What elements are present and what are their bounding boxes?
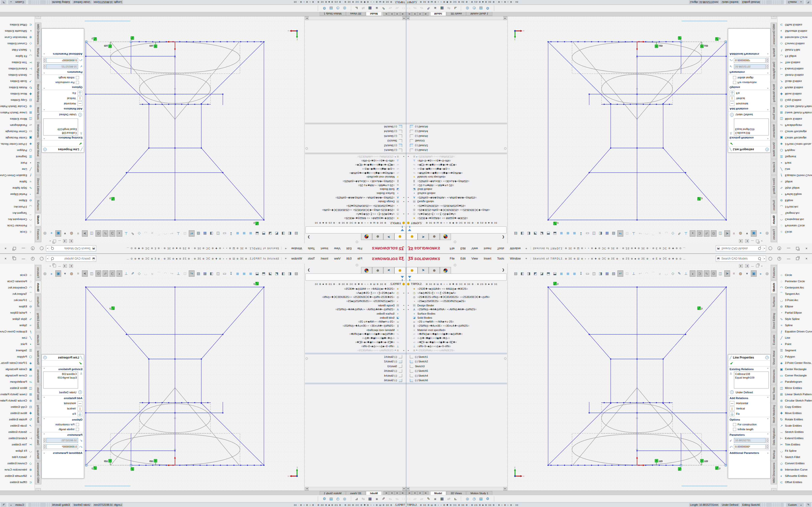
sketch-tool-item[interactable]: ◫ Mirror Entities: [777, 116, 812, 122]
sketch-tool-item[interactable]: ⊛ Circular Sketch Pattern: [777, 397, 812, 404]
add-relation-button[interactable]: ⚓ Fix: [729, 91, 769, 96]
sketch-vertex[interactable]: [174, 358, 175, 359]
add-relation-button[interactable]: ❘ Vertical: [729, 406, 769, 411]
expander-icon[interactable]: ▸: [408, 292, 409, 294]
sketch-tool-item[interactable]: ▪ Point: [0, 341, 35, 347]
panel-expand-arrow[interactable]: ❯: [502, 235, 506, 239]
sketch-line[interactable]: [548, 403, 611, 465]
checkbox[interactable]: [733, 76, 736, 79]
checkbox[interactable]: [733, 81, 736, 84]
feature-tree-item[interactable]: ▸ ⊥ ○ИΝ∘9∘♣◎○∘○◎♣∘9∘ИΝ○: [305, 344, 406, 348]
search-input[interactable]: [54, 246, 91, 250]
option-row[interactable]: For construction: [43, 80, 83, 85]
collapse-icon[interactable]: ⌃: [43, 136, 45, 139]
feature-tree-item[interactable]: ▸ ◎ ○2S✚3Ɛ2S○ИΝ◎∘✚ƆC3ƐИ3Ɛ2S○ ∘○2S3ƐИ3ƐƆC…: [305, 295, 406, 299]
sketch-point[interactable]: [672, 41, 673, 43]
pin-icon[interactable]: ✦: [525, 247, 527, 250]
endpoint-handle[interactable]: [86, 464, 87, 466]
commandmanager-tab[interactable]: Weldments: [771, 368, 777, 384]
sketch-point[interactable]: [159, 465, 160, 466]
sketch-vertex[interactable]: [85, 286, 86, 288]
toolbar-icon[interactable]: ▱: [388, 496, 393, 502]
sketch-list-item[interactable]: (-) Sketch1: [305, 148, 406, 153]
sketch-tool-item[interactable]: ↔ Stretch Entities: [0, 429, 35, 435]
sketch-vertex[interactable]: [725, 94, 727, 95]
sketch-vertex[interactable]: [201, 103, 202, 104]
menu-item[interactable]: Insert: [481, 256, 494, 261]
sketch-tool-item[interactable]: ◡ Fit Spline: [0, 448, 35, 454]
featuremanager-tab[interactable]: ⚑: [418, 233, 429, 240]
toolbar-icon[interactable]: ✎: [425, 496, 432, 502]
panel-drag-handle[interactable]: [504, 147, 507, 150]
sketch-point[interactable]: [611, 41, 613, 43]
sketch-tool-item[interactable]: ↗ Scale Entities: [0, 78, 35, 84]
angle-spinner[interactable]: ▴▾: [766, 58, 769, 63]
option-row[interactable]: For construction: [729, 80, 769, 85]
angle-field[interactable]: 0.00000000°: [46, 58, 78, 63]
feature-tree-item[interactable]: ▸ ▱ ○✚ИΝ◎♣+○✱◉Ι○∘○Ι◉✱○+♣◎ИΝ✚○: [305, 332, 406, 336]
sketch-tool-item[interactable]: ▭ Corner Rectangle: [0, 128, 35, 135]
feature-tree-item[interactable]: ▸ ◗ Surface Bodies: [406, 312, 507, 316]
help-icon[interactable]: ?: [43, 148, 47, 151]
sketch-tool-item[interactable]: ☰ Segment: [0, 154, 35, 160]
restore-button[interactable]: [13, 258, 16, 260]
menu-item[interactable]: Window: [288, 246, 305, 251]
sketch-point[interactable]: [645, 465, 647, 466]
sketch-tool-item[interactable]: ○ Circle: [777, 272, 812, 278]
toolbar-icon[interactable]: ▱: [412, 5, 418, 11]
tab-nav-button[interactable]: ▶: [389, 12, 394, 16]
toolbar-icon[interactable]: ⇄: [446, 496, 452, 502]
sketch-tool-item[interactable]: ⊖ Ellipse: [0, 198, 35, 204]
panel-expand-arrow[interactable]: ❯: [306, 235, 310, 239]
toolbar-icon[interactable]: ◷: [471, 5, 477, 11]
commandmanager-tab[interactable]: Evaluate: [35, 159, 41, 175]
sketch-tool-item[interactable]: ◐ Silhouette Entities: [0, 473, 35, 479]
feature-tree-item[interactable]: ▸ ★ ○2S3Ɛ✚∘♣◎ШΑΦ○ ∘○ ΦΑШ◎♣∘✚3Ɛ2S○: [305, 216, 406, 220]
commandmanager-tab[interactable]: Sheet Metal: [35, 140, 41, 159]
collapse-icon[interactable]: ⌃: [767, 368, 769, 371]
endpoint-handle[interactable]: [680, 41, 682, 43]
sketch-tool-item[interactable]: ╰ Sketch Fillet: [777, 454, 812, 460]
toolbar-icon[interactable]: [349, 6, 351, 11]
ok-button[interactable]: ✔: [728, 140, 770, 146]
sketch-tool-item[interactable]: ◐ Silhouette Entities: [0, 28, 35, 34]
sketch-point[interactable]: [618, 41, 619, 43]
search-dropdown-icon[interactable]: ▾: [764, 258, 765, 260]
sketch-point[interactable]: [591, 41, 592, 43]
sketch-tool-item[interactable]: ↗ Scale Entities: [777, 422, 812, 429]
sketch-tool-item[interactable]: ⊡ Copy Entities: [0, 97, 35, 103]
endpoint-handle[interactable]: [86, 41, 87, 43]
commandmanager-tab[interactable]: Surfaces: [35, 294, 41, 309]
sketch-tool-item[interactable]: ↻ Rotate Entities: [777, 416, 812, 422]
pin-icon[interactable]: ✦: [285, 247, 287, 250]
sketch-vertex[interactable]: [662, 402, 664, 404]
angle-spinner[interactable]: ▴▾: [43, 58, 46, 63]
sketch-tool-item[interactable]: ◐ Silhouette Entities: [777, 28, 812, 34]
toolbar-icon[interactable]: ⊾: [453, 496, 458, 502]
menu-item[interactable]: Edit: [457, 246, 469, 251]
feature-tree-item[interactable]: ▸ ◪ Solid Bodies: [305, 187, 406, 191]
tab-nav-button[interactable]: ◀: [412, 491, 417, 495]
sketch-tool-item[interactable]: ↻ Rotate Entities: [0, 84, 35, 91]
sketch-tool-item[interactable]: ▣ Center Rectangle: [777, 366, 812, 372]
sketch-point[interactable]: [617, 402, 618, 403]
sketch-tool-item[interactable]: ⊖ Ellipse: [777, 198, 812, 204]
length-field[interactable]: 10.88152731: [46, 438, 78, 443]
sketch-vertex[interactable]: [174, 219, 175, 220]
sketch-tool-item[interactable]: ⊗ Intersection Curve: [777, 466, 812, 473]
toolbar-drag-handle[interactable]: ⋮⋮: [407, 7, 411, 9]
sketch-vertex[interactable]: [263, 464, 264, 466]
panel-splitter[interactable]: [406, 353, 507, 354]
collapse-icon[interactable]: ⌃: [767, 418, 769, 421]
length-spinner[interactable]: ▴▾: [43, 64, 46, 69]
sketch-point[interactable]: [656, 402, 657, 403]
feature-tree-item[interactable]: ▸ ▱ ○✚ИΝ◎♣+○✱◉Ι○∘○Ι◉✱○+♣◎ИΝ✚○: [406, 171, 507, 175]
sketch-tool-item[interactable]: ◈ 3 Point Center Recta...: [777, 360, 812, 366]
collapse-icon[interactable]: ⌃: [767, 71, 769, 74]
relations-listbox[interactable]: Collinear108 Equal length109: [734, 372, 769, 388]
feature-tree-item[interactable]: ▸ ◗ Surface Bodies: [406, 191, 507, 195]
sketch-point[interactable]: [618, 465, 619, 466]
tab-nav-button[interactable]: |◀: [400, 12, 406, 16]
commandmanager-tab[interactable]: Weldments: [35, 123, 41, 139]
sketch-vertex[interactable]: [263, 219, 264, 220]
